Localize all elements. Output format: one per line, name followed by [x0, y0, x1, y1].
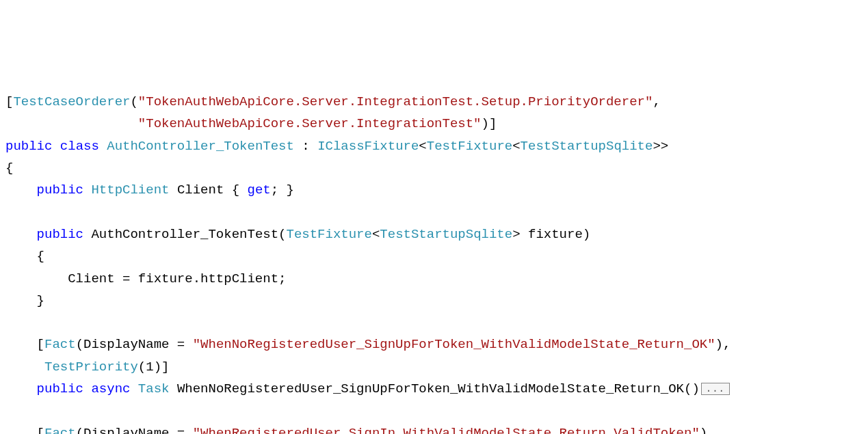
- testpriority-attr: TestPriority: [44, 360, 138, 375]
- test2-displayname: "WhenRegisteredUser_SignIn_WithValidMode…: [193, 426, 700, 434]
- attr-name: TestCaseOrderer: [13, 94, 130, 109]
- attr-arg1: "TokenAuthWebApiCore.Server.IntegrationT…: [138, 94, 653, 109]
- displayname-prop: DisplayName: [83, 337, 169, 352]
- test1-method: WhenNoRegisteredUser_SignUpForToken_With…: [177, 381, 684, 396]
- ctor-param: fixture: [528, 227, 583, 242]
- httpclient-type: HttpClient: [91, 182, 169, 198]
- attr-arg2: "TokenAuthWebApiCore.Server.IntegrationT…: [138, 116, 482, 131]
- startup-type: TestStartupSqlite: [521, 139, 653, 154]
- test1-displayname: "WhenNoRegisteredUser_SignUpForToken_Wit…: [193, 337, 715, 352]
- fixture-type: TestFixture: [427, 139, 512, 154]
- task-type: Task: [138, 381, 170, 396]
- client-prop: Client: [177, 182, 224, 198]
- class-name: AuthController_TokenTest: [107, 139, 294, 154]
- kw-get: get: [248, 182, 271, 198]
- fact-attr: Fact: [44, 337, 76, 352]
- ctor-body: Client = fixture.httpClient;: [68, 271, 286, 286]
- kw-class: class: [60, 139, 99, 154]
- ctor-name: AuthController_TokenTest: [91, 227, 278, 242]
- kw-async: async: [91, 381, 130, 396]
- code-block: [TestCaseOrderer("TokenAuthWebApiCore.Se…: [5, 91, 863, 434]
- iface: IClassFixture: [317, 139, 419, 154]
- priority1: 1: [146, 360, 153, 375]
- kw-public: public: [5, 139, 52, 154]
- fold-box-1[interactable]: ...: [701, 383, 730, 396]
